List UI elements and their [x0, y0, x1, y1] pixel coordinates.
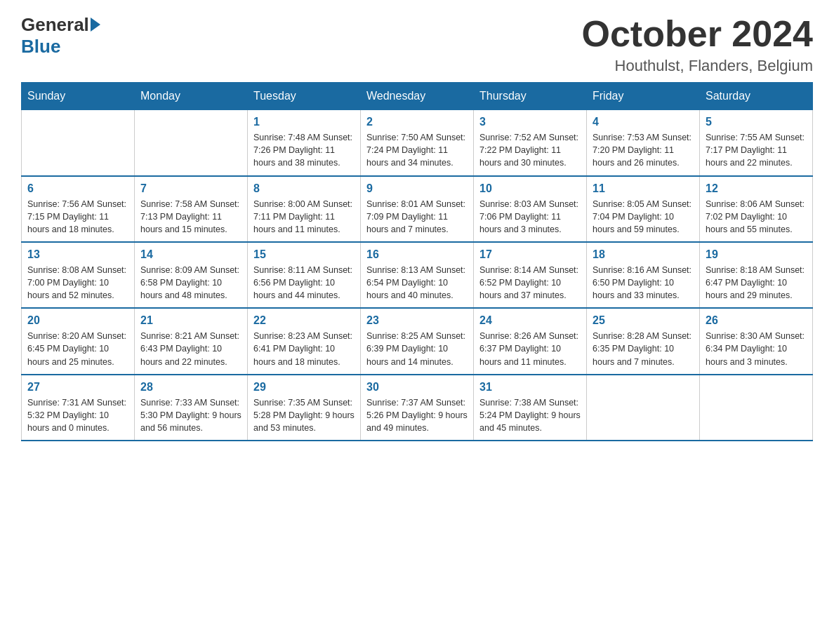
- calendar-cell: 3Sunrise: 7:52 AM Sunset: 7:22 PM Daylig…: [474, 110, 587, 176]
- day-info: Sunrise: 7:55 AM Sunset: 7:17 PM Dayligh…: [706, 131, 807, 169]
- calendar-week-row: 27Sunrise: 7:31 AM Sunset: 5:32 PM Dayli…: [22, 375, 813, 441]
- logo-general-text: General: [21, 14, 89, 36]
- day-number: 13: [27, 248, 128, 261]
- calendar-cell: 6Sunrise: 7:56 AM Sunset: 7:15 PM Daylig…: [22, 176, 135, 242]
- calendar-cell: [587, 375, 700, 441]
- calendar-cell: 22Sunrise: 8:23 AM Sunset: 6:41 PM Dayli…: [248, 308, 361, 374]
- day-info: Sunrise: 7:35 AM Sunset: 5:28 PM Dayligh…: [253, 396, 355, 434]
- calendar-week-row: 13Sunrise: 8:08 AM Sunset: 7:00 PM Dayli…: [22, 242, 813, 308]
- calendar-cell: 26Sunrise: 8:30 AM Sunset: 6:34 PM Dayli…: [700, 308, 813, 374]
- day-number: 2: [366, 116, 468, 128]
- logo-blue-text: Blue: [21, 36, 60, 57]
- calendar-cell: 29Sunrise: 7:35 AM Sunset: 5:28 PM Dayli…: [248, 375, 361, 441]
- day-info: Sunrise: 7:56 AM Sunset: 7:15 PM Dayligh…: [27, 198, 128, 236]
- day-number: 15: [253, 248, 355, 261]
- day-number: 25: [593, 314, 694, 327]
- day-info: Sunrise: 8:06 AM Sunset: 7:02 PM Dayligh…: [706, 198, 807, 236]
- day-info: Sunrise: 8:30 AM Sunset: 6:34 PM Dayligh…: [706, 330, 807, 368]
- calendar-cell: 31Sunrise: 7:38 AM Sunset: 5:24 PM Dayli…: [474, 375, 587, 441]
- day-number: 18: [593, 248, 694, 261]
- day-header-monday: Monday: [135, 83, 248, 110]
- day-info: Sunrise: 7:52 AM Sunset: 7:22 PM Dayligh…: [479, 131, 581, 169]
- location-text: Houthulst, Flanders, Belgium: [582, 57, 814, 75]
- day-number: 29: [253, 381, 355, 394]
- day-info: Sunrise: 7:53 AM Sunset: 7:20 PM Dayligh…: [593, 131, 694, 169]
- day-number: 9: [366, 182, 468, 195]
- day-number: 21: [140, 314, 241, 327]
- day-info: Sunrise: 7:33 AM Sunset: 5:30 PM Dayligh…: [140, 396, 241, 434]
- day-header-tuesday: Tuesday: [248, 83, 361, 110]
- calendar-cell: 27Sunrise: 7:31 AM Sunset: 5:32 PM Dayli…: [22, 375, 135, 441]
- day-info: Sunrise: 8:20 AM Sunset: 6:45 PM Dayligh…: [27, 330, 128, 368]
- day-info: Sunrise: 8:05 AM Sunset: 7:04 PM Dayligh…: [593, 198, 694, 236]
- day-number: 24: [479, 314, 581, 327]
- day-number: 31: [479, 381, 581, 394]
- day-info: Sunrise: 7:48 AM Sunset: 7:26 PM Dayligh…: [253, 131, 355, 169]
- day-number: 3: [479, 116, 581, 128]
- day-number: 12: [706, 182, 807, 195]
- calendar-cell: 12Sunrise: 8:06 AM Sunset: 7:02 PM Dayli…: [700, 176, 813, 242]
- calendar-header-row: SundayMondayTuesdayWednesdayThursdayFrid…: [22, 83, 813, 110]
- day-header-friday: Friday: [587, 83, 700, 110]
- day-info: Sunrise: 7:58 AM Sunset: 7:13 PM Dayligh…: [140, 198, 241, 236]
- day-number: 19: [706, 248, 807, 261]
- day-info: Sunrise: 8:13 AM Sunset: 6:54 PM Dayligh…: [366, 264, 468, 302]
- day-info: Sunrise: 7:37 AM Sunset: 5:26 PM Dayligh…: [366, 396, 468, 434]
- calendar-cell: 25Sunrise: 8:28 AM Sunset: 6:35 PM Dayli…: [587, 308, 700, 374]
- calendar-cell: 2Sunrise: 7:50 AM Sunset: 7:24 PM Daylig…: [361, 110, 474, 176]
- calendar-cell: 21Sunrise: 8:21 AM Sunset: 6:43 PM Dayli…: [135, 308, 248, 374]
- calendar-cell: [22, 110, 135, 176]
- day-number: 7: [140, 182, 241, 195]
- calendar-cell: 10Sunrise: 8:03 AM Sunset: 7:06 PM Dayli…: [474, 176, 587, 242]
- day-header-saturday: Saturday: [700, 83, 813, 110]
- calendar-cell: 9Sunrise: 8:01 AM Sunset: 7:09 PM Daylig…: [361, 176, 474, 242]
- calendar-week-row: 6Sunrise: 7:56 AM Sunset: 7:15 PM Daylig…: [22, 176, 813, 242]
- logo-triangle-icon: [91, 18, 100, 32]
- logo: General Blue: [21, 14, 100, 58]
- day-info: Sunrise: 8:03 AM Sunset: 7:06 PM Dayligh…: [479, 198, 581, 236]
- day-number: 16: [366, 248, 468, 261]
- day-info: Sunrise: 8:18 AM Sunset: 6:47 PM Dayligh…: [706, 264, 807, 302]
- calendar-week-row: 20Sunrise: 8:20 AM Sunset: 6:45 PM Dayli…: [22, 308, 813, 374]
- day-number: 26: [706, 314, 807, 327]
- calendar-cell: 4Sunrise: 7:53 AM Sunset: 7:20 PM Daylig…: [587, 110, 700, 176]
- day-info: Sunrise: 8:21 AM Sunset: 6:43 PM Dayligh…: [140, 330, 241, 368]
- calendar-cell: 20Sunrise: 8:20 AM Sunset: 6:45 PM Dayli…: [22, 308, 135, 374]
- calendar-cell: 17Sunrise: 8:14 AM Sunset: 6:52 PM Dayli…: [474, 242, 587, 308]
- day-number: 30: [366, 381, 468, 394]
- calendar-cell: [700, 375, 813, 441]
- day-info: Sunrise: 8:14 AM Sunset: 6:52 PM Dayligh…: [479, 264, 581, 302]
- day-header-sunday: Sunday: [22, 83, 135, 110]
- calendar-cell: 16Sunrise: 8:13 AM Sunset: 6:54 PM Dayli…: [361, 242, 474, 308]
- day-number: 22: [253, 314, 355, 327]
- calendar-cell: 19Sunrise: 8:18 AM Sunset: 6:47 PM Dayli…: [700, 242, 813, 308]
- day-number: 10: [479, 182, 581, 195]
- day-info: Sunrise: 7:50 AM Sunset: 7:24 PM Dayligh…: [366, 131, 468, 169]
- calendar-cell: 15Sunrise: 8:11 AM Sunset: 6:56 PM Dayli…: [248, 242, 361, 308]
- day-number: 6: [27, 182, 128, 195]
- day-number: 27: [27, 381, 128, 394]
- day-number: 11: [593, 182, 694, 195]
- calendar-cell: 11Sunrise: 8:05 AM Sunset: 7:04 PM Dayli…: [587, 176, 700, 242]
- logo-blue-container: [89, 19, 100, 32]
- calendar-week-row: 1Sunrise: 7:48 AM Sunset: 7:26 PM Daylig…: [22, 110, 813, 176]
- calendar-cell: 8Sunrise: 8:00 AM Sunset: 7:11 PM Daylig…: [248, 176, 361, 242]
- calendar-cell: 24Sunrise: 8:26 AM Sunset: 6:37 PM Dayli…: [474, 308, 587, 374]
- day-info: Sunrise: 8:26 AM Sunset: 6:37 PM Dayligh…: [479, 330, 581, 368]
- day-info: Sunrise: 8:08 AM Sunset: 7:00 PM Dayligh…: [27, 264, 128, 302]
- day-info: Sunrise: 8:01 AM Sunset: 7:09 PM Dayligh…: [366, 198, 468, 236]
- calendar-cell: [135, 110, 248, 176]
- calendar-cell: 23Sunrise: 8:25 AM Sunset: 6:39 PM Dayli…: [361, 308, 474, 374]
- day-info: Sunrise: 8:28 AM Sunset: 6:35 PM Dayligh…: [593, 330, 694, 368]
- calendar-cell: 14Sunrise: 8:09 AM Sunset: 6:58 PM Dayli…: [135, 242, 248, 308]
- day-info: Sunrise: 8:16 AM Sunset: 6:50 PM Dayligh…: [593, 264, 694, 302]
- day-number: 17: [479, 248, 581, 261]
- day-info: Sunrise: 8:23 AM Sunset: 6:41 PM Dayligh…: [253, 330, 355, 368]
- day-number: 1: [253, 116, 355, 128]
- day-header-wednesday: Wednesday: [361, 83, 474, 110]
- day-number: 14: [140, 248, 241, 261]
- day-info: Sunrise: 8:11 AM Sunset: 6:56 PM Dayligh…: [253, 264, 355, 302]
- day-number: 4: [593, 116, 694, 128]
- calendar-cell: 1Sunrise: 7:48 AM Sunset: 7:26 PM Daylig…: [248, 110, 361, 176]
- month-title: October 2024: [582, 14, 814, 54]
